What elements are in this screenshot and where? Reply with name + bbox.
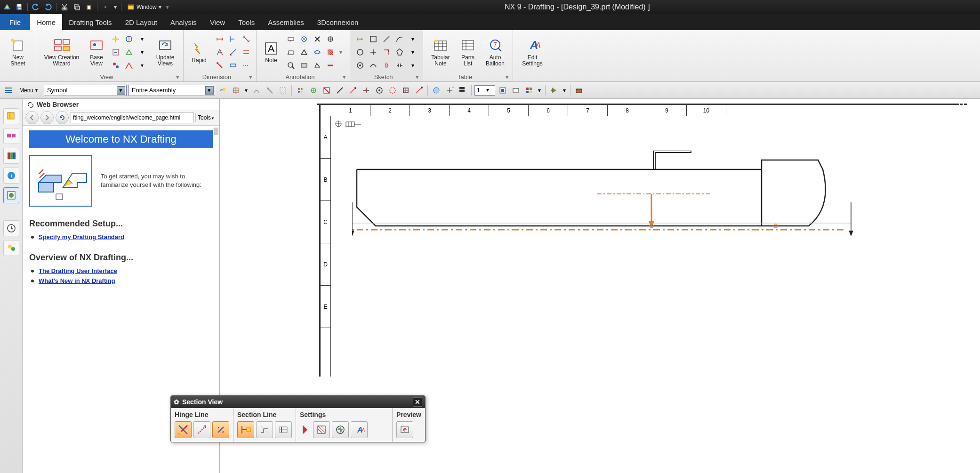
tab-2d-layout[interactable]: 2D Layout bbox=[119, 14, 164, 30]
menu-dropdown[interactable]: Menu ▼ bbox=[16, 86, 42, 95]
sm-sk-dd2[interactable]: ▾ bbox=[407, 46, 419, 58]
nx-logo-icon[interactable] bbox=[2, 2, 12, 12]
sm-ann-1[interactable] bbox=[285, 33, 297, 45]
sm-ann-2[interactable] bbox=[298, 33, 310, 45]
browser-back-button[interactable] bbox=[25, 111, 39, 124]
sm-view-9[interactable]: ▾ bbox=[136, 59, 148, 72]
sm-ann-5[interactable] bbox=[285, 46, 297, 58]
hinge-vector-button[interactable] bbox=[193, 421, 210, 438]
sm-sk-11[interactable] bbox=[380, 59, 393, 72]
browser-forward-button[interactable] bbox=[40, 111, 54, 124]
rail-hd3d[interactable]: i bbox=[3, 168, 19, 184]
tb-i1[interactable] bbox=[217, 85, 228, 96]
scale-number-input[interactable]: 1 ▾ bbox=[474, 85, 495, 96]
sm-sk-3[interactable] bbox=[380, 33, 393, 45]
annotation-group-launcher[interactable]: ▾ bbox=[343, 73, 346, 80]
tb-i18[interactable] bbox=[457, 85, 468, 96]
undo-icon[interactable] bbox=[31, 2, 41, 12]
rail-assembly-navigator[interactable] bbox=[3, 128, 19, 144]
tb-i10[interactable] bbox=[347, 85, 359, 96]
tb-i21-dd[interactable]: ▾ bbox=[537, 85, 542, 96]
sm-sk-2[interactable] bbox=[367, 33, 379, 45]
tab-analysis[interactable]: Analysis bbox=[164, 14, 203, 30]
tb-i12[interactable] bbox=[374, 85, 385, 96]
sm-sk-12[interactable] bbox=[394, 59, 406, 72]
tab-3dconnexion[interactable]: 3Dconnexion bbox=[311, 14, 365, 30]
tb-i9[interactable] bbox=[334, 85, 345, 96]
sm-ann-12[interactable] bbox=[324, 59, 337, 72]
sm-dim-1[interactable] bbox=[214, 33, 226, 45]
tb-i16[interactable] bbox=[431, 85, 442, 96]
sm-sk-6[interactable] bbox=[367, 46, 379, 58]
sm-dim-8[interactable] bbox=[227, 59, 239, 72]
parts-list-button[interactable]: Parts List bbox=[457, 33, 479, 71]
new-sheet-button[interactable]: New Sheet bbox=[4, 33, 32, 71]
sm-dim-7[interactable] bbox=[214, 59, 226, 72]
tb-i14[interactable] bbox=[400, 85, 411, 96]
tb-i23[interactable] bbox=[573, 85, 585, 96]
tb-i2-dd[interactable]: ▾ bbox=[243, 85, 249, 96]
tab-view[interactable]: View bbox=[203, 14, 232, 30]
rail-web-browser[interactable] bbox=[3, 187, 19, 203]
assembly-scope-combo[interactable]: Entire Assembly ▾ bbox=[129, 85, 215, 96]
auto-balloon-button[interactable]: 7 Auto Balloon bbox=[482, 33, 509, 71]
tab-home[interactable]: Home bbox=[30, 14, 62, 30]
sm-ann-4[interactable] bbox=[324, 33, 337, 45]
edit-settings-button[interactable]: AA Edit Settings bbox=[517, 33, 548, 71]
view-group-launcher[interactable]: ▾ bbox=[176, 73, 179, 80]
scrollbar-thumb[interactable] bbox=[214, 128, 218, 135]
sm-view-8[interactable] bbox=[123, 59, 135, 72]
tb-i15[interactable] bbox=[413, 85, 425, 96]
sm-sk-1[interactable] bbox=[354, 33, 366, 45]
sm-view-1[interactable] bbox=[110, 33, 122, 45]
tb-i20[interactable] bbox=[510, 85, 522, 96]
sm-sk-7[interactable] bbox=[380, 46, 393, 58]
rail-reuse-library[interactable] bbox=[3, 148, 19, 164]
rapid-button[interactable]: Rapid bbox=[187, 33, 211, 71]
tab-drafting-tools[interactable]: Drafting Tools bbox=[62, 14, 118, 30]
settings-nonsectioned-button[interactable] bbox=[313, 421, 330, 438]
window-menu[interactable]: Window ▾ ▼ bbox=[124, 3, 173, 11]
sm-dim-9[interactable] bbox=[240, 59, 252, 72]
browser-refresh-button[interactable] bbox=[56, 111, 69, 124]
sm-view-5[interactable] bbox=[123, 46, 135, 58]
view-creation-wizard-button[interactable]: View Creation Wizard bbox=[40, 33, 83, 71]
qat-dropdown-icon[interactable]: ▾ bbox=[112, 2, 118, 12]
tb-i5[interactable] bbox=[277, 85, 289, 96]
tb-menu-icon[interactable] bbox=[3, 85, 14, 96]
settings-style-button[interactable]: AA bbox=[351, 421, 368, 438]
redo-icon[interactable] bbox=[43, 2, 53, 12]
tab-tools[interactable]: Tools bbox=[232, 14, 261, 30]
tb-i13[interactable] bbox=[387, 85, 398, 96]
copy-icon[interactable] bbox=[72, 2, 82, 12]
tb-i22-dd[interactable]: ▾ bbox=[562, 85, 567, 96]
sm-view-3[interactable]: ▾ bbox=[136, 33, 148, 45]
tb-i19[interactable] bbox=[497, 85, 508, 96]
sm-ann-6[interactable] bbox=[298, 46, 310, 58]
sm-ann-8[interactable] bbox=[324, 46, 337, 58]
specify-drafting-standard-link[interactable]: Specify my Drafting Standard bbox=[39, 233, 124, 241]
sm-sk-dd3[interactable]: ▾ bbox=[407, 59, 419, 72]
tb-i7[interactable] bbox=[308, 85, 319, 96]
sm-view-7[interactable] bbox=[110, 59, 122, 72]
browser-tools-link[interactable]: Tools▼ bbox=[195, 113, 217, 122]
sm-view-4[interactable] bbox=[110, 46, 122, 58]
section-half-button[interactable] bbox=[275, 421, 292, 438]
preview-button[interactable] bbox=[396, 421, 413, 438]
sm-sk-10[interactable] bbox=[367, 59, 379, 72]
section-stepped-button[interactable] bbox=[256, 421, 273, 438]
sm-dim-4[interactable] bbox=[214, 46, 226, 58]
rail-part-navigator[interactable] bbox=[3, 108, 19, 124]
base-view-button[interactable]: Base View bbox=[86, 33, 107, 71]
dialog-title-bar[interactable]: ✿ Section View ✕ bbox=[171, 396, 425, 408]
tb-i17[interactable]: + bbox=[444, 85, 455, 96]
sm-dim-5[interactable] bbox=[227, 46, 239, 58]
touch-icon[interactable] bbox=[100, 2, 111, 12]
sm-ann-7[interactable] bbox=[311, 46, 323, 58]
tab-assemblies[interactable]: Assemblies bbox=[261, 14, 311, 30]
section-view-dialog[interactable]: ✿ Section View ✕ Hinge Line Section Line… bbox=[170, 395, 426, 442]
note-button[interactable]: A Note bbox=[260, 33, 282, 71]
tb-i2[interactable] bbox=[230, 85, 241, 96]
sm-dim-3[interactable] bbox=[240, 33, 252, 45]
sm-sk-4[interactable] bbox=[394, 33, 406, 45]
